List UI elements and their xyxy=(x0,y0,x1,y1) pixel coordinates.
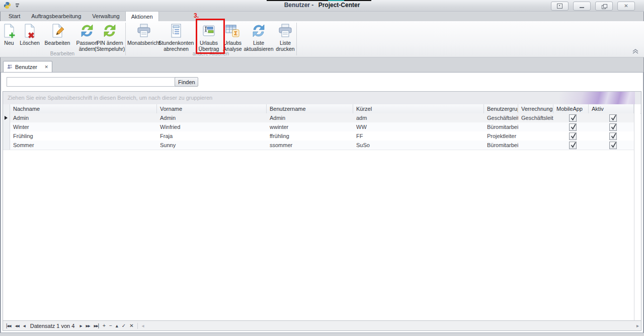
checkbox-checked[interactable] xyxy=(569,123,577,131)
cell-aktiv xyxy=(589,141,634,150)
nav-last-button[interactable]: ▸▸| xyxy=(94,323,99,328)
content-panel: Finden Ziehen Sie eine Spaltenüberschrif… xyxy=(1,72,643,333)
window-controls: ✕ xyxy=(551,2,635,11)
checkbox-checked[interactable] xyxy=(569,114,577,122)
cell-vorname: Sunny xyxy=(157,141,267,150)
cell-verrechnung: Geschäftsleit... xyxy=(518,113,553,122)
annotation-step-label: 3. xyxy=(194,12,199,19)
neu-label: Neu xyxy=(1,40,17,46)
column-header-nachname[interactable]: Nachname xyxy=(10,104,157,113)
liste-drucken-button[interactable]: Liste drucken xyxy=(275,23,296,55)
document-tab-strip: Benutzer ✕ xyxy=(0,60,644,72)
nav-delete-button[interactable]: − xyxy=(109,323,112,328)
monatsbericht-button[interactable]: Monatsbericht xyxy=(127,23,161,55)
minimize-button[interactable] xyxy=(573,2,591,11)
report-list-icon xyxy=(168,23,184,39)
hscroll-left-icon[interactable]: ◂ xyxy=(142,323,144,328)
window-title: Benutzer - Project-Center xyxy=(0,2,644,9)
column-header-verrechnung[interactable]: Verrechnungs... xyxy=(518,104,553,113)
stundenkonten-abrechnen-label: Stundenkonten abrechnen xyxy=(158,40,194,52)
cell-benutzergruppe: Projektleiter xyxy=(484,131,518,141)
close-tab-icon[interactable]: ✕ xyxy=(44,64,48,70)
users-tab-icon xyxy=(7,64,13,70)
checkbox-checked[interactable] xyxy=(569,142,577,149)
cell-kuerzel: FF xyxy=(353,131,484,141)
cell-benutzergruppe: Büromitarbeiter xyxy=(484,141,518,150)
column-header-kuerzel[interactable]: Kürzel xyxy=(353,104,484,113)
table-row[interactable]: Frühling Fraja ffrühling FF Projektleite… xyxy=(3,131,634,141)
nav-append-button[interactable]: + xyxy=(103,323,105,328)
collapse-ribbon-icon[interactable] xyxy=(632,49,639,54)
close-icon: ✕ xyxy=(624,4,628,9)
search-input[interactable] xyxy=(7,77,176,87)
column-header-benutzergruppe[interactable]: Benutzergrup... xyxy=(484,104,518,113)
group-label-bearbeiten: Bearbeiten xyxy=(0,51,125,56)
cell-aktiv xyxy=(589,113,634,122)
close-button[interactable]: ✕ xyxy=(617,2,635,11)
current-row-indicator xyxy=(3,113,10,122)
cell-vorname: Admin xyxy=(157,113,267,122)
column-header-benutzername[interactable]: Benutzername xyxy=(267,104,353,113)
table-row[interactable]: Admin Admin Admin adm Geschäftsleit... G… xyxy=(3,113,634,123)
neu-button[interactable]: Neu xyxy=(1,23,17,55)
tab-benutzer-document[interactable]: Benutzer ✕ xyxy=(3,61,52,72)
checkbox-checked[interactable] xyxy=(609,123,617,131)
window-title-document: Benutzer - xyxy=(284,2,315,9)
fit-screen-icon xyxy=(557,4,562,9)
group-separator xyxy=(296,23,297,55)
window-title-app: Project-Center xyxy=(318,2,360,9)
minimize-icon xyxy=(580,7,584,8)
nav-prev-button[interactable]: ◂ xyxy=(23,323,25,328)
restore-button[interactable] xyxy=(595,2,613,11)
cell-mobileapp xyxy=(553,113,589,122)
nav-prev-page-button[interactable]: ◂◂ xyxy=(15,323,19,328)
checkbox-checked[interactable] xyxy=(609,142,617,149)
nav-post-button[interactable]: ✓ xyxy=(122,323,125,328)
row-indicator-header xyxy=(3,104,10,113)
finden-button[interactable]: Finden xyxy=(175,77,198,87)
hscroll-right-icon[interactable]: ▸ xyxy=(636,323,639,328)
screen-edge-artifact xyxy=(267,0,371,1)
liste-drucken-label: Liste drucken xyxy=(275,40,296,52)
nav-next-page-button[interactable]: ▸▸ xyxy=(86,323,90,328)
stundenkonten-abrechnen-button[interactable]: Stundenkonten abrechnen xyxy=(158,23,194,55)
row-indicator xyxy=(3,122,10,131)
group-by-bar[interactable]: Ziehen Sie eine Spaltenüberschrift in di… xyxy=(3,92,641,105)
cell-mobileapp xyxy=(553,141,589,150)
checkbox-checked[interactable] xyxy=(609,132,617,140)
vertical-scrollbar[interactable] xyxy=(634,104,640,321)
column-header-mobileapp[interactable]: MobileApp xyxy=(553,104,589,113)
column-header-aktiv[interactable]: Aktiv xyxy=(589,104,634,113)
tab-auftragsbearbeitung[interactable]: Auftragsbearbeitung xyxy=(26,11,87,21)
cell-benutzername: Admin xyxy=(267,113,353,122)
table-row[interactable]: Winter Winfried wwinter WW Büromitarbeit… xyxy=(3,122,634,132)
nav-cancel-button[interactable]: ✕ xyxy=(129,323,133,328)
annotation-highlight-box xyxy=(196,19,225,54)
cell-verrechnung xyxy=(518,141,553,150)
page-edit-icon xyxy=(49,23,65,39)
cell-aktiv xyxy=(589,122,634,131)
liste-aktualisieren-button[interactable]: Liste aktualisieren xyxy=(244,23,274,55)
navigator-separator xyxy=(137,323,138,329)
cell-benutzername: ssommer xyxy=(267,141,353,150)
table-row[interactable]: Sommer Sunny ssommer SuSo Büromitarbeite… xyxy=(3,141,634,150)
nav-first-button[interactable]: |◂◂ xyxy=(6,323,11,328)
nav-edit-button[interactable]: ▴ xyxy=(116,323,118,328)
cell-nachname: Frühling xyxy=(10,131,157,141)
loeschen-button[interactable]: Löschen xyxy=(18,23,41,55)
page-add-icon xyxy=(1,23,17,39)
bearbeiten-button[interactable]: Bearbeiten xyxy=(42,23,72,55)
checkbox-checked[interactable] xyxy=(609,114,617,122)
fit-screen-button[interactable] xyxy=(551,2,569,11)
cell-kuerzel: SuSo xyxy=(353,141,484,150)
nav-next-button[interactable]: ▸ xyxy=(79,323,82,328)
window-bottom-edge xyxy=(0,333,644,336)
tab-aktionen[interactable]: Aktionen xyxy=(125,11,159,21)
tab-start[interactable]: Start xyxy=(3,11,26,21)
checkbox-checked[interactable] xyxy=(569,132,577,140)
pin-aendern-button[interactable]: PIN ändern (Stempeluhr) xyxy=(94,23,126,55)
column-header-vorname[interactable]: Vorname xyxy=(157,104,267,113)
cell-benutzername: ffrühling xyxy=(267,131,353,141)
tab-verwaltung[interactable]: Verwaltung xyxy=(87,11,125,21)
pin-aendern-label: PIN ändern (Stempeluhr) xyxy=(94,40,126,52)
